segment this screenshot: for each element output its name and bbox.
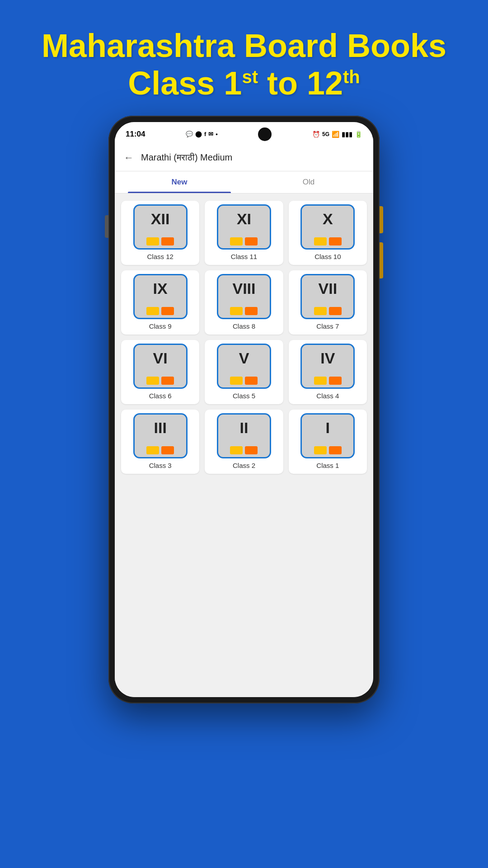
class-icon-box-3: III (133, 413, 188, 458)
header-line1: Maharashtra Board Books (42, 28, 446, 64)
alarm-icon: ⏰ (312, 131, 320, 138)
roman-numeral-12: XII (151, 211, 170, 226)
class-label-2: Class 2 (233, 462, 255, 469)
book-yellow-1 (314, 446, 327, 454)
class-icon-box-1: I (300, 413, 355, 458)
class-label-9: Class 9 (149, 322, 172, 330)
class-card-1[interactable]: I Class 1 (289, 410, 367, 474)
book-yellow-10 (314, 237, 327, 245)
whatsapp-icon: 💬 (186, 131, 193, 137)
book-yellow-11 (230, 237, 243, 245)
books-row-9 (146, 307, 174, 315)
roman-numeral-11: XI (237, 211, 251, 226)
class-card-7[interactable]: VII Class 7 (289, 270, 367, 335)
phone-frame: 11:04 💬 ⬤ f ✉ • ⏰ 5G 📶 ▮▮▮ 🔋 ← Marathi (… (108, 116, 380, 703)
page-header: Maharashtra Board Books Class 1st to 12t… (0, 0, 488, 116)
class-grid: XII Class 12 XI Class 11 X Class 10 (121, 201, 367, 474)
book-orange-4 (329, 377, 342, 385)
class-icon-box-2: II (217, 413, 271, 458)
class-icon-box-11: XI (217, 204, 271, 250)
class-label-1: Class 1 (316, 462, 339, 469)
book-yellow-8 (230, 307, 243, 315)
back-button[interactable]: ← (124, 152, 134, 164)
roman-numeral-10: X (323, 211, 333, 226)
class-label-6: Class 6 (149, 392, 172, 400)
class-card-3[interactable]: III Class 3 (121, 410, 199, 474)
books-row-2 (230, 446, 258, 454)
signal-bars-icon: ▮▮▮ (342, 131, 352, 138)
roman-numeral-4: IV (320, 350, 335, 366)
book-orange-12 (161, 237, 174, 245)
book-yellow-5 (230, 377, 243, 385)
signal-icon: ⬤ (195, 131, 202, 137)
tab-old[interactable]: Old (244, 171, 373, 193)
class-card-10[interactable]: X Class 10 (289, 201, 367, 265)
screen-title: Marathi (मराठी) Medium (141, 152, 232, 163)
book-orange-3 (161, 446, 174, 454)
class-icon-box-8: VIII (217, 274, 271, 319)
roman-numeral-2: II (240, 420, 249, 435)
class-card-4[interactable]: IV Class 4 (289, 340, 367, 404)
books-row-7 (314, 307, 342, 315)
status-time: 11:04 (126, 130, 145, 139)
camera-notch (258, 127, 272, 141)
class-label-5: Class 5 (233, 392, 255, 400)
tabs-bar: New Old (115, 171, 373, 193)
book-orange-2 (245, 446, 258, 454)
books-row-4 (314, 377, 342, 385)
roman-numeral-3: III (154, 420, 166, 435)
books-row-6 (146, 377, 174, 385)
book-yellow-2 (230, 446, 243, 454)
books-row-8 (230, 307, 258, 315)
wifi-icon: 📶 (332, 131, 339, 138)
class-icon-box-6: VI (133, 344, 188, 389)
class-card-12[interactable]: XII Class 12 (121, 201, 199, 265)
battery-icon: 🔋 (355, 131, 362, 138)
books-row-12 (146, 237, 174, 245)
book-yellow-9 (146, 307, 159, 315)
book-orange-5 (245, 377, 258, 385)
class-icon-box-12: XII (133, 204, 188, 250)
class-icon-box-4: IV (300, 344, 355, 389)
class-label-11: Class 11 (231, 253, 257, 260)
class-label-10: Class 10 (314, 253, 341, 260)
network-icon: 5G (322, 131, 329, 137)
app-bar: ← Marathi (मराठी) Medium (115, 145, 373, 171)
books-row-3 (146, 446, 174, 454)
roman-numeral-8: VIII (232, 281, 255, 296)
class-grid-container: XII Class 12 XI Class 11 X Class 10 (115, 193, 373, 697)
side-button-left (105, 215, 108, 238)
class-card-2[interactable]: II Class 2 (205, 410, 283, 474)
class-card-11[interactable]: XI Class 11 (205, 201, 283, 265)
book-orange-11 (245, 237, 258, 245)
book-yellow-3 (146, 446, 159, 454)
class-icon-box-5: V (217, 344, 271, 389)
roman-numeral-7: VII (319, 281, 338, 296)
books-row-10 (314, 237, 342, 245)
class-card-5[interactable]: V Class 5 (205, 340, 283, 404)
phone-screen: 11:04 💬 ⬤ f ✉ • ⏰ 5G 📶 ▮▮▮ 🔋 ← Marathi (… (115, 122, 373, 697)
books-row-5 (230, 377, 258, 385)
class-card-9[interactable]: IX Class 9 (121, 270, 199, 335)
book-yellow-12 (146, 237, 159, 245)
status-bar: 11:04 💬 ⬤ f ✉ • ⏰ 5G 📶 ▮▮▮ 🔋 (115, 122, 373, 145)
class-card-6[interactable]: VI Class 6 (121, 340, 199, 404)
roman-numeral-6: VI (153, 350, 168, 366)
class-card-8[interactable]: VIII Class 8 (205, 270, 283, 335)
book-orange-6 (161, 377, 174, 385)
roman-numeral-9: IX (153, 281, 168, 296)
dot-icon: • (216, 131, 218, 137)
book-orange-7 (329, 307, 342, 315)
book-yellow-4 (314, 377, 327, 385)
book-orange-10 (329, 237, 342, 245)
class-label-7: Class 7 (316, 322, 339, 330)
class-label-8: Class 8 (233, 322, 255, 330)
class-label-12: Class 12 (147, 253, 173, 260)
book-orange-8 (245, 307, 258, 315)
books-row-11 (230, 237, 258, 245)
class-icon-box-7: VII (300, 274, 355, 319)
roman-numeral-5: V (239, 350, 249, 366)
tab-new[interactable]: New (115, 171, 244, 193)
book-orange-1 (329, 446, 342, 454)
class-label-4: Class 4 (316, 392, 339, 400)
